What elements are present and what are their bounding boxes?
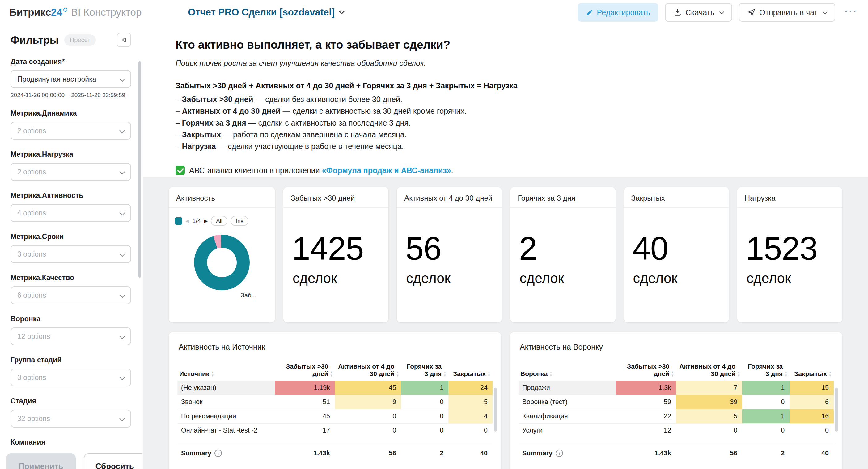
cell: 12 xyxy=(616,423,676,438)
bullet-line: – Горячих за 3 дня — сделки с активность… xyxy=(176,117,856,128)
card-title: Активность xyxy=(169,187,275,208)
cell: 59 xyxy=(616,395,676,409)
metric-activity-select[interactable]: 4 options xyxy=(10,204,131,222)
stat-title: Горячих за 3 дня xyxy=(510,187,615,208)
cell: 4 xyxy=(448,409,493,423)
row-label: По рекомендации xyxy=(177,409,275,423)
chevron-down-icon xyxy=(823,9,828,14)
formula-line: Забытых >30 дней + Активных от 4 до 30 д… xyxy=(176,81,856,90)
more-menu-button[interactable] xyxy=(842,4,859,21)
download-button-label: Скачать xyxy=(685,8,714,17)
metric-quality-select[interactable]: 6 options xyxy=(10,286,131,304)
table-row: Продажи 1.3k 7 1 15 xyxy=(519,381,834,395)
metric-terms-select[interactable]: 3 options xyxy=(10,245,131,263)
all-button[interactable]: All xyxy=(211,216,227,226)
stat-card-forgotten: Забытых >30 дней 1425 сделок xyxy=(283,187,389,322)
table-scrollbar-thumb[interactable] xyxy=(835,388,838,432)
info-icon[interactable] xyxy=(214,449,222,457)
stage-group-select[interactable]: 3 options xyxy=(10,369,131,386)
pencil-icon xyxy=(586,9,593,16)
logo-num: 24 xyxy=(51,6,62,18)
sort-icon[interactable] xyxy=(396,371,399,377)
sort-icon[interactable] xyxy=(550,371,553,377)
apply-button[interactable]: Применить xyxy=(6,453,76,469)
donut-chart[interactable]: Заб... xyxy=(194,235,250,290)
stat-title: Закрытых xyxy=(624,187,729,208)
date-created-select[interactable]: Продвинутая настройка xyxy=(10,70,131,88)
column-header[interactable]: Активных от 4 до 30 дней xyxy=(335,361,401,381)
column-header[interactable]: Горячих за 3 дня xyxy=(401,361,448,381)
cell: 1 xyxy=(742,381,789,395)
chevron-down-icon xyxy=(719,9,724,14)
abc-link[interactable]: «Формула продаж и АВС-анализ» xyxy=(322,166,451,175)
filter-label-stage: Стадия xyxy=(10,397,131,405)
edit-button[interactable]: Редактировать xyxy=(578,3,658,22)
filter-label-metric-dynamics: Метрика.Динамика xyxy=(10,109,131,117)
stat-card-active: Активных от 4 до 30 дней 56 сделок xyxy=(397,187,502,322)
select-value: 3 options xyxy=(17,250,46,259)
sort-icon[interactable] xyxy=(487,371,491,377)
reset-button[interactable]: Сбросить xyxy=(84,453,143,469)
select-value: 4 options xyxy=(17,209,46,217)
cell: 7 xyxy=(676,381,742,395)
cell: 0 xyxy=(448,423,493,438)
column-header[interactable]: Закрытых xyxy=(448,361,493,381)
check-icon xyxy=(176,166,185,175)
column-header[interactable]: Активных от 4 до 30 дней xyxy=(676,361,742,381)
sort-icon[interactable] xyxy=(737,371,740,377)
stat-unit: сделок xyxy=(747,270,842,286)
legend-chip[interactable] xyxy=(175,217,182,225)
inv-button[interactable]: Inv xyxy=(230,216,248,226)
table-row: По рекомендации 45 0 0 4 xyxy=(177,409,493,423)
column-header[interactable]: Забытых >30 дней xyxy=(275,361,335,381)
prev-page-icon[interactable] xyxy=(185,218,189,224)
cell: 22 xyxy=(616,409,676,423)
table-row: Онлайн-чат - Stat -test -2 17 0 0 0 xyxy=(177,423,493,438)
chart-pagination: 1/4 All Inv xyxy=(175,216,275,226)
stat-value: 1523 xyxy=(746,232,842,265)
info-icon[interactable] xyxy=(556,449,563,457)
send-button-label: Отправить в чат xyxy=(759,8,818,17)
stage-select[interactable]: 32 options xyxy=(10,410,131,428)
column-header[interactable]: Источник xyxy=(177,361,275,381)
column-header[interactable]: Забытых >30 дней xyxy=(616,361,676,381)
abc-note: АВС-анализ клиентов в приложении «Формул… xyxy=(176,166,856,175)
sort-icon[interactable] xyxy=(443,371,446,377)
column-header[interactable]: Горячих за 3 дня xyxy=(742,361,789,381)
sort-icon[interactable] xyxy=(829,371,832,377)
preset-badge[interactable]: Пресет xyxy=(64,34,96,46)
sort-icon[interactable] xyxy=(671,371,674,377)
source-table: Источник Забытых >30 дней Активных от 4 … xyxy=(177,361,493,461)
cell: 17 xyxy=(275,423,335,438)
row-label: (Не указан) xyxy=(177,381,275,395)
activity-card: Активность 1/4 All Inv Заб... xyxy=(169,187,275,322)
funnel-select[interactable]: 12 options xyxy=(10,327,131,345)
sort-icon[interactable] xyxy=(211,371,214,377)
column-header[interactable]: Воронка xyxy=(519,361,616,381)
summary-cell: 40 xyxy=(789,445,834,462)
metric-dynamics-select[interactable]: 2 options xyxy=(10,122,131,140)
sort-icon[interactable] xyxy=(330,371,333,377)
metric-load-select[interactable]: 2 options xyxy=(10,163,131,181)
page-subtitle: Поиск точек роста за счет улучшения каче… xyxy=(176,59,856,68)
column-header[interactable]: Закрытых xyxy=(789,361,834,381)
cell: 5 xyxy=(448,395,493,409)
collapse-sidebar-button[interactable] xyxy=(117,33,131,47)
sort-icon[interactable] xyxy=(784,371,788,377)
cell: 51 xyxy=(275,395,335,409)
table-scrollbar-thumb[interactable] xyxy=(494,388,497,432)
next-page-icon[interactable] xyxy=(204,218,208,224)
sidebar-action-bar: Применить Сбросить xyxy=(0,451,138,469)
download-button[interactable]: Скачать xyxy=(665,3,732,22)
filters-title: Фильтры xyxy=(10,34,59,46)
cell: 1.3k xyxy=(616,381,676,395)
summary-cell: 1.43k xyxy=(616,445,676,462)
cell: 5 xyxy=(676,409,742,423)
date-range-hint: 2024-11-26 00:00:00 – 2025-11-26 23:59:5… xyxy=(10,92,131,99)
report-title-dropdown[interactable]: Отчет PRO Сделки [sozdavatel] xyxy=(188,7,344,18)
sidebar-scrollbar[interactable] xyxy=(138,61,141,277)
filter-label-metric-load: Метрика.Нагрузка xyxy=(10,150,131,158)
cell: 0 xyxy=(401,423,448,438)
table-card-funnel: Активность на Воронку Воронка Забытых >3… xyxy=(510,332,842,469)
send-to-chat-button[interactable]: Отправить в чат xyxy=(739,3,835,22)
